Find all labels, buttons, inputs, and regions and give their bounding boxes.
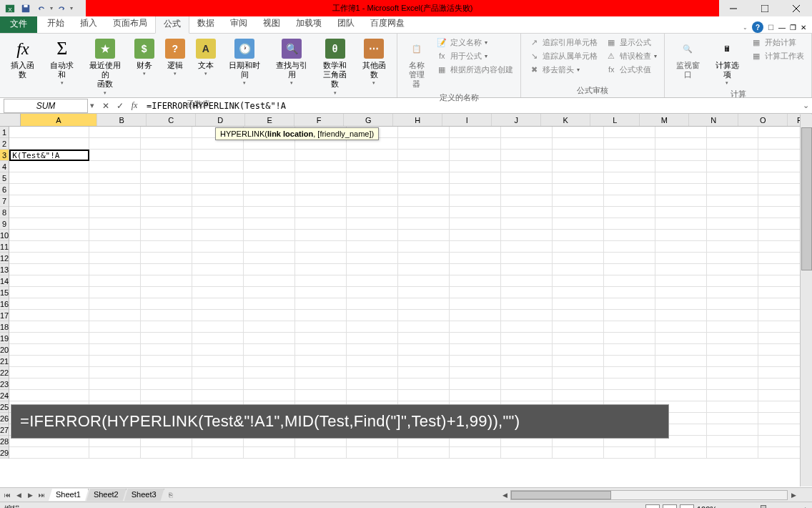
cell-B15[interactable] xyxy=(89,287,141,298)
cell-J19[interactable] xyxy=(501,333,553,344)
cell-N20[interactable] xyxy=(707,344,758,356)
cell-C21[interactable] xyxy=(141,356,192,367)
cell-I18[interactable] xyxy=(450,321,501,333)
row-header-8[interactable]: 8 xyxy=(0,207,9,218)
cell-I15[interactable] xyxy=(450,287,501,298)
sheet-nav-last[interactable]: ⏭ xyxy=(36,489,47,501)
row-header-26[interactable]: 26 xyxy=(0,413,9,424)
row-header-15[interactable]: 15 xyxy=(0,287,9,298)
cell-D29[interactable] xyxy=(192,447,244,459)
row-header-27[interactable]: 27 xyxy=(0,424,9,436)
cell-G7[interactable] xyxy=(347,195,398,207)
cell-E4[interactable] xyxy=(244,161,295,172)
cell-L9[interactable] xyxy=(604,218,655,230)
cell-G10[interactable] xyxy=(347,230,398,241)
cell-F9[interactable] xyxy=(295,218,347,230)
doc-restore-icon[interactable]: ❐ xyxy=(790,24,796,31)
cell-K7[interactable] xyxy=(553,195,604,207)
cell-M29[interactable] xyxy=(655,447,707,459)
cell-E24[interactable] xyxy=(244,390,295,401)
cell-N3[interactable] xyxy=(707,150,758,161)
cell-F22[interactable] xyxy=(295,367,347,378)
cell-C13[interactable] xyxy=(141,264,192,275)
cell-H15[interactable] xyxy=(398,287,450,298)
cell-B19[interactable] xyxy=(89,333,141,344)
tab-插入[interactable]: 插入 xyxy=(72,14,105,33)
cell-L6[interactable] xyxy=(604,184,655,195)
cell-F23[interactable] xyxy=(295,378,347,390)
cell-K17[interactable] xyxy=(553,310,604,321)
cell-L18[interactable] xyxy=(604,321,655,333)
cell-I2[interactable] xyxy=(450,138,501,150)
cell-A8[interactable] xyxy=(9,207,89,218)
insert-function-fx-button[interactable]: fx xyxy=(128,99,141,112)
cell-N7[interactable] xyxy=(707,195,758,207)
sheet-tab-Sheet3[interactable]: Sheet3 xyxy=(124,489,164,501)
cell-B3[interactable] xyxy=(89,150,141,161)
cell-H24[interactable] xyxy=(398,390,450,401)
cell-N22[interactable] xyxy=(707,367,758,378)
cell-H8[interactable] xyxy=(398,207,450,218)
cell-C8[interactable] xyxy=(141,207,192,218)
cell-F14[interactable] xyxy=(295,275,347,287)
hscroll-left[interactable]: ◀ xyxy=(499,489,510,501)
cell-I24[interactable] xyxy=(450,390,501,401)
cell-B24[interactable] xyxy=(89,390,141,401)
cell-E18[interactable] xyxy=(244,321,295,333)
cell-I12[interactable] xyxy=(450,253,501,264)
cell-N1[interactable] xyxy=(707,127,758,138)
tab-审阅[interactable]: 审阅 xyxy=(222,14,255,33)
cell-J11[interactable] xyxy=(501,241,553,253)
recent-functions-button[interactable]: ★ 最近使用的 函数▾ xyxy=(83,36,128,97)
cell-L14[interactable] xyxy=(604,275,655,287)
cell-N6[interactable] xyxy=(707,184,758,195)
cell-G24[interactable] xyxy=(347,390,398,401)
cell-J24[interactable] xyxy=(501,390,553,401)
cell-L23[interactable] xyxy=(604,378,655,390)
cell-K23[interactable] xyxy=(553,378,604,390)
cell-G16[interactable] xyxy=(347,298,398,310)
col-header-O[interactable]: O xyxy=(738,114,788,126)
cell-J12[interactable] xyxy=(501,253,553,264)
hscroll-right[interactable]: ▶ xyxy=(788,489,799,501)
cell-D6[interactable] xyxy=(192,184,244,195)
cell-N15[interactable] xyxy=(707,287,758,298)
cell-H10[interactable] xyxy=(398,230,450,241)
cell-E6[interactable] xyxy=(244,184,295,195)
cell-I14[interactable] xyxy=(450,275,501,287)
cell-M1[interactable] xyxy=(655,127,707,138)
cell-K20[interactable] xyxy=(553,344,604,356)
cell-J8[interactable] xyxy=(501,207,553,218)
cell-C14[interactable] xyxy=(141,275,192,287)
math-button[interactable]: θ 数学和 三角函数▾ xyxy=(317,36,354,97)
cell-L22[interactable] xyxy=(604,367,655,378)
cell-J23[interactable] xyxy=(501,378,553,390)
view-layout-button[interactable] xyxy=(663,504,677,509)
cell-D19[interactable] xyxy=(192,333,244,344)
cell-M10[interactable] xyxy=(655,230,707,241)
cell-A18[interactable] xyxy=(9,321,89,333)
cell-F11[interactable] xyxy=(295,241,347,253)
cell-M13[interactable] xyxy=(655,264,707,275)
formula-bar-expand[interactable]: ⌄ xyxy=(799,101,812,110)
cell-D15[interactable] xyxy=(192,287,244,298)
cell-M19[interactable] xyxy=(655,333,707,344)
cell-I7[interactable] xyxy=(450,195,501,207)
create-from-selection-button[interactable]: ▦根据所选内容创建 xyxy=(433,63,516,76)
cell-C10[interactable] xyxy=(141,230,192,241)
cell-G4[interactable] xyxy=(347,161,398,172)
cell-B13[interactable] xyxy=(89,264,141,275)
redo-icon[interactable] xyxy=(54,2,69,15)
cell-N4[interactable] xyxy=(707,161,758,172)
cell-L4[interactable] xyxy=(604,161,655,172)
row-header-24[interactable]: 24 xyxy=(0,390,9,401)
view-normal-button[interactable] xyxy=(645,504,660,509)
cell-B14[interactable] xyxy=(89,275,141,287)
row-header-3[interactable]: 3 xyxy=(0,150,9,161)
cell-B23[interactable] xyxy=(89,378,141,390)
cell-L12[interactable] xyxy=(604,253,655,264)
col-header-D[interactable]: D xyxy=(196,114,245,126)
cell-F17[interactable] xyxy=(295,310,347,321)
row-header-5[interactable]: 5 xyxy=(0,172,9,184)
cell-M8[interactable] xyxy=(655,207,707,218)
